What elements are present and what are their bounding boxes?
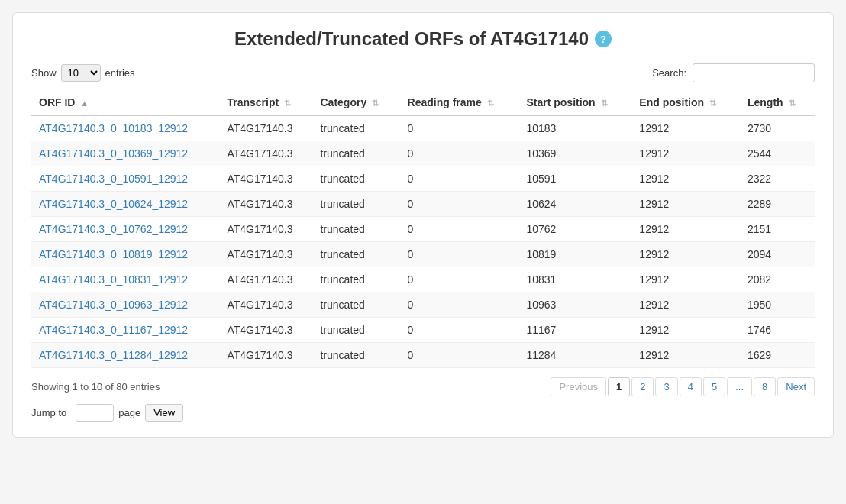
- cell-length: 1629: [740, 343, 815, 368]
- page-btn-8[interactable]: 8: [754, 377, 776, 396]
- cell-orf_id[interactable]: AT4G17140.3_0_10591_12912: [31, 166, 219, 192]
- orf-id-link[interactable]: AT4G17140.3_0_10963_12912: [39, 299, 188, 311]
- cell-reading_frame: 0: [400, 242, 519, 267]
- cell-transcript: AT4G17140.3: [219, 318, 312, 343]
- col-header-start_pos[interactable]: Start position ⇅: [518, 90, 631, 115]
- cell-end_pos: 12912: [631, 343, 740, 368]
- search-label: Search:: [652, 67, 686, 79]
- cell-orf_id[interactable]: AT4G17140.3_0_10183_12912: [31, 115, 219, 141]
- cell-category: truncated: [312, 217, 399, 242]
- orf-id-link[interactable]: AT4G17140.3_0_11167_12912: [39, 324, 188, 336]
- cell-reading_frame: 0: [400, 166, 519, 192]
- cell-transcript: AT4G17140.3: [219, 115, 312, 141]
- cell-orf_id[interactable]: AT4G17140.3_0_10762_12912: [31, 217, 219, 242]
- col-header-orf_id[interactable]: ORF ID ▲: [31, 90, 219, 115]
- help-icon[interactable]: ?: [595, 31, 612, 47]
- search-input[interactable]: [693, 63, 815, 82]
- page-label: page: [118, 407, 140, 418]
- cell-category: truncated: [312, 166, 399, 192]
- cell-length: 2082: [740, 267, 815, 292]
- cell-reading_frame: 0: [400, 141, 519, 166]
- cell-start_pos: 10624: [518, 192, 631, 217]
- cell-reading_frame: 0: [400, 115, 519, 141]
- table-row: AT4G17140.3_0_10624_12912AT4G17140.3trun…: [31, 192, 815, 217]
- orf-id-link[interactable]: AT4G17140.3_0_10762_12912: [39, 223, 188, 235]
- orf-table: ORF ID ▲Transcript ⇅Category ⇅Reading fr…: [31, 90, 815, 368]
- cell-end_pos: 12912: [631, 115, 740, 141]
- show-entries-area: Show 102550100 entries: [31, 64, 135, 82]
- orf-id-link[interactable]: AT4G17140.3_0_10369_12912: [39, 147, 188, 160]
- cell-category: truncated: [312, 141, 399, 166]
- cell-reading_frame: 0: [400, 267, 519, 292]
- table-header: ORF ID ▲Transcript ⇅Category ⇅Reading fr…: [31, 90, 815, 115]
- entries-select[interactable]: 102550100: [61, 64, 101, 82]
- cell-start_pos: 10831: [518, 267, 631, 292]
- cell-start_pos: 10963: [518, 292, 631, 318]
- cell-orf_id[interactable]: AT4G17140.3_0_11284_12912: [31, 343, 219, 368]
- table-row: AT4G17140.3_0_10819_12912AT4G17140.3trun…: [31, 242, 815, 267]
- cell-reading_frame: 0: [400, 318, 519, 343]
- cell-reading_frame: 0: [400, 217, 519, 242]
- col-header-end_pos[interactable]: End position ⇅: [631, 90, 740, 115]
- jump-row: Jump to page View: [31, 404, 815, 422]
- cell-reading_frame: 0: [400, 292, 519, 318]
- showing-text: Showing 1 to 10 of 80 entries: [31, 381, 160, 393]
- cell-reading_frame: 0: [400, 343, 519, 368]
- controls-row: Show 102550100 entries Search:: [31, 63, 815, 82]
- cell-orf_id[interactable]: AT4G17140.3_0_11167_12912: [31, 318, 219, 343]
- page-btn-3[interactable]: 3: [655, 377, 677, 396]
- cell-start_pos: 10762: [518, 217, 631, 242]
- cell-end_pos: 12912: [631, 318, 740, 343]
- prev-button[interactable]: Previous: [551, 377, 606, 396]
- cell-orf_id[interactable]: AT4G17140.3_0_10369_12912: [31, 141, 219, 166]
- next-button[interactable]: Next: [777, 377, 815, 396]
- col-header-length[interactable]: Length ⇅: [740, 90, 815, 115]
- cell-orf_id[interactable]: AT4G17140.3_0_10963_12912: [31, 292, 219, 318]
- cell-category: truncated: [312, 318, 399, 343]
- orf-id-link[interactable]: AT4G17140.3_0_11284_12912: [39, 349, 188, 361]
- table-row: AT4G17140.3_0_10762_12912AT4G17140.3trun…: [31, 217, 815, 242]
- cell-length: 1746: [740, 318, 815, 343]
- cell-length: 1950: [740, 292, 815, 318]
- orf-id-link[interactable]: AT4G17140.3_0_10819_12912: [39, 248, 188, 260]
- page-title: Extended/Truncated ORFs of AT4G17140: [234, 28, 589, 50]
- cell-orf_id[interactable]: AT4G17140.3_0_10831_12912: [31, 267, 219, 292]
- page-btn-2[interactable]: 2: [631, 377, 654, 396]
- cell-end_pos: 12912: [631, 166, 740, 192]
- page-btn-1[interactable]: 1: [608, 377, 630, 396]
- cell-transcript: AT4G17140.3: [219, 166, 312, 192]
- table-body: AT4G17140.3_0_10183_12912AT4G17140.3trun…: [31, 115, 815, 368]
- col-header-reading_frame[interactable]: Reading frame ⇅: [400, 90, 519, 115]
- orf-id-link[interactable]: AT4G17140.3_0_10624_12912: [39, 198, 188, 210]
- page-btn-4[interactable]: 4: [680, 377, 702, 396]
- cell-length: 2322: [740, 166, 815, 192]
- jump-page-input[interactable]: [76, 404, 114, 422]
- cell-start_pos: 10591: [518, 166, 631, 192]
- cell-orf_id[interactable]: AT4G17140.3_0_10819_12912: [31, 242, 219, 267]
- table-row: AT4G17140.3_0_10591_12912AT4G17140.3trun…: [31, 166, 815, 192]
- view-button[interactable]: View: [145, 404, 183, 422]
- cell-category: truncated: [312, 292, 399, 318]
- cell-orf_id[interactable]: AT4G17140.3_0_10624_12912: [31, 192, 219, 217]
- page-btn-5[interactable]: 5: [703, 377, 725, 396]
- orf-id-link[interactable]: AT4G17140.3_0_10591_12912: [39, 173, 188, 185]
- col-header-transcript[interactable]: Transcript ⇅: [219, 90, 312, 115]
- sort-icon: ⇅: [372, 99, 381, 108]
- cell-transcript: AT4G17140.3: [219, 141, 312, 166]
- sort-icon: ⇅: [284, 99, 293, 108]
- cell-transcript: AT4G17140.3: [219, 343, 312, 368]
- col-header-category[interactable]: Category ⇅: [312, 90, 399, 115]
- table-row: AT4G17140.3_0_10183_12912AT4G17140.3trun…: [31, 115, 815, 141]
- cell-start_pos: 10183: [518, 115, 631, 141]
- cell-start_pos: 10369: [518, 141, 631, 166]
- cell-end_pos: 12912: [631, 217, 740, 242]
- cell-category: truncated: [312, 343, 399, 368]
- cell-transcript: AT4G17140.3: [219, 192, 312, 217]
- orf-id-link[interactable]: AT4G17140.3_0_10183_12912: [39, 122, 188, 134]
- cell-length: 2289: [740, 192, 815, 217]
- jump-label: Jump to: [31, 407, 66, 418]
- orf-id-link[interactable]: AT4G17140.3_0_10831_12912: [39, 273, 188, 286]
- ellipsis: ...: [727, 377, 752, 396]
- cell-end_pos: 12912: [631, 192, 740, 217]
- cell-start_pos: 11167: [518, 318, 631, 343]
